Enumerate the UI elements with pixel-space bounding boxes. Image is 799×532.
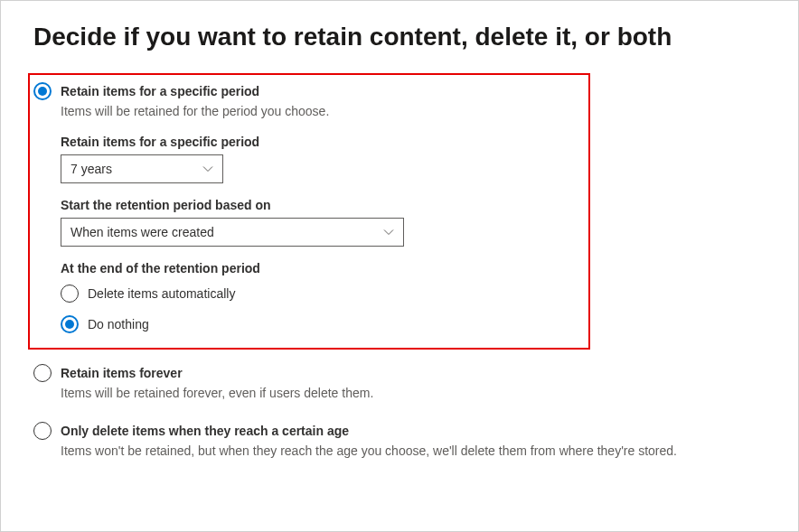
option-desc-only-delete: Items won't be retained, but when they r… xyxy=(61,443,766,458)
period-field-label: Retain items for a specific period xyxy=(61,135,579,149)
radio-only-delete[interactable]: Only delete items when they reach a cert… xyxy=(33,422,766,440)
retain-specific-subsection: Retain items for a specific period 7 yea… xyxy=(61,135,579,333)
highlighted-option-box: Retain items for a specific period Items… xyxy=(28,73,590,350)
retention-settings-page: Decide if you want to retain content, de… xyxy=(1,1,798,501)
period-dropdown-value: 7 years xyxy=(70,162,112,176)
radio-label-delete-auto: Delete items automatically xyxy=(88,286,235,301)
start-dropdown[interactable]: When items were created xyxy=(61,218,404,247)
page-title: Decide if you want to retain content, de… xyxy=(33,23,766,51)
chevron-down-icon xyxy=(383,227,394,238)
period-dropdown[interactable]: 7 years xyxy=(61,154,223,183)
option-title-retain-forever: Retain items forever xyxy=(61,366,183,380)
radio-unselected-icon xyxy=(33,364,52,382)
option-desc-retain-specific: Items will be retained for the period yo… xyxy=(61,104,579,118)
radio-selected-icon xyxy=(33,82,52,100)
start-dropdown-value: When items were created xyxy=(70,225,214,239)
end-field-label: At the end of the retention period xyxy=(61,261,579,275)
chevron-down-icon xyxy=(202,163,213,174)
radio-selected-icon xyxy=(61,315,79,333)
start-field-label: Start the retention period based on xyxy=(61,198,579,212)
radio-do-nothing[interactable]: Do nothing xyxy=(61,315,579,333)
radio-unselected-icon xyxy=(61,285,79,303)
radio-label-do-nothing: Do nothing xyxy=(88,317,149,331)
option-only-delete-block: Only delete items when they reach a cert… xyxy=(33,422,766,458)
radio-unselected-icon xyxy=(33,422,52,440)
radio-delete-automatically[interactable]: Delete items automatically xyxy=(61,285,579,303)
option-desc-retain-forever: Items will be retained forever, even if … xyxy=(61,386,766,400)
radio-retain-forever[interactable]: Retain items forever xyxy=(33,364,766,382)
option-retain-forever-block: Retain items forever Items will be retai… xyxy=(33,364,766,400)
option-title-only-delete: Only delete items when they reach a cert… xyxy=(61,424,349,438)
radio-retain-specific[interactable]: Retain items for a specific period xyxy=(33,82,579,100)
option-title-retain-specific: Retain items for a specific period xyxy=(61,84,259,98)
